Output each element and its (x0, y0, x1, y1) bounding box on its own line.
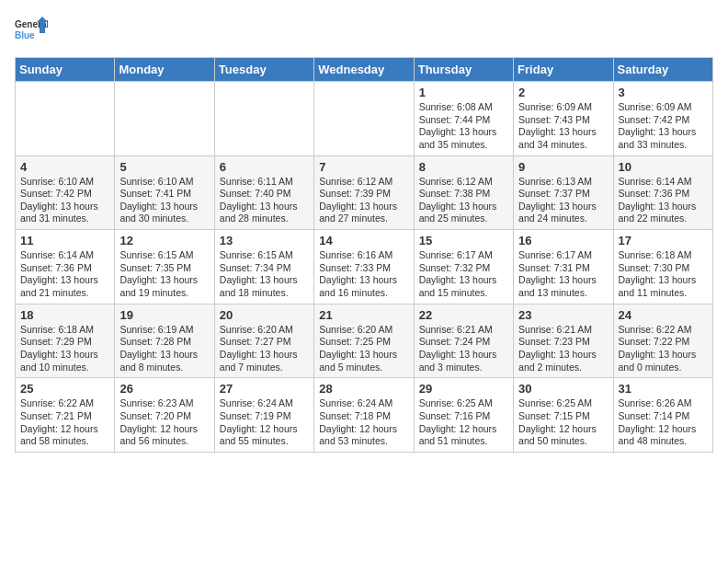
day-number: 23 (518, 308, 608, 322)
day-info-line: Sunrise: 6:10 AM (119, 176, 209, 189)
day-info-line: and 53 minutes. (319, 435, 408, 448)
calendar-cell (214, 82, 313, 156)
day-info-line: Sunset: 7:25 PM (319, 336, 408, 349)
day-info-line: and 7 minutes. (220, 362, 309, 374)
calendar-cell: 24Sunrise: 6:22 AMSunset: 7:22 PMDayligh… (613, 304, 712, 378)
week-row-2: 4Sunrise: 6:10 AMSunset: 7:42 PMDaylight… (16, 155, 713, 230)
day-number: 15 (419, 234, 508, 247)
day-info-line: Sunrise: 6:15 AM (119, 249, 209, 262)
day-info-line: and 31 minutes. (20, 213, 109, 225)
day-info-line: Sunrise: 6:12 AM (319, 176, 408, 189)
day-number: 13 (220, 234, 309, 247)
day-info-line: Daylight: 13 hours (419, 349, 508, 362)
day-info-line: Sunset: 7:23 PM (518, 336, 608, 349)
day-info-line: Sunset: 7:21 PM (20, 410, 109, 423)
day-info-line: Sunrise: 6:24 AM (319, 397, 408, 410)
day-info-line: Sunset: 7:27 PM (220, 336, 309, 349)
day-info-line: and 55 minutes. (220, 435, 309, 448)
day-number: 25 (20, 382, 109, 396)
day-info-line: and 21 minutes. (20, 287, 109, 300)
calendar-cell: 5Sunrise: 6:10 AMSunset: 7:41 PMDaylight… (115, 155, 214, 230)
day-number: 29 (419, 382, 508, 396)
day-info-line: Daylight: 13 hours (419, 201, 508, 213)
calendar-cell: 2Sunrise: 6:09 AMSunset: 7:43 PMDaylight… (514, 82, 613, 156)
day-info-line: and 5 minutes. (319, 362, 408, 374)
calendar-cell: 7Sunrise: 6:12 AMSunset: 7:39 PMDaylight… (314, 155, 414, 230)
calendar-cell: 3Sunrise: 6:09 AMSunset: 7:42 PMDaylight… (613, 82, 712, 156)
day-info-line: Sunset: 7:38 PM (419, 188, 508, 201)
day-info-line: and 33 minutes. (619, 139, 708, 152)
day-info-line: Sunset: 7:30 PM (619, 262, 708, 275)
day-number: 31 (619, 382, 708, 396)
day-info-line: Sunrise: 6:09 AM (619, 101, 708, 114)
calendar-cell: 8Sunrise: 6:12 AMSunset: 7:38 PMDaylight… (414, 155, 513, 230)
day-info-line: Daylight: 12 hours (319, 423, 408, 436)
day-number: 28 (319, 382, 408, 396)
calendar-cell (16, 82, 115, 156)
day-info-line: Daylight: 13 hours (20, 349, 109, 362)
calendar-cell: 30Sunrise: 6:25 AMSunset: 7:15 PMDayligh… (514, 378, 613, 453)
day-info-line: Sunrise: 6:18 AM (20, 324, 109, 337)
day-info-line: and 0 minutes. (619, 362, 708, 374)
day-number: 17 (619, 234, 708, 247)
day-info-line: Daylight: 12 hours (119, 423, 209, 436)
day-info-line: and 25 minutes. (419, 213, 508, 225)
day-info-line: Sunset: 7:33 PM (319, 262, 408, 275)
day-info-line: Sunrise: 6:26 AM (619, 397, 708, 410)
day-number: 2 (518, 86, 608, 99)
header: General Blue (15, 15, 713, 48)
day-info-line: Sunset: 7:40 PM (220, 188, 309, 201)
calendar-cell: 6Sunrise: 6:11 AMSunset: 7:40 PMDaylight… (214, 155, 313, 230)
calendar-cell (314, 82, 414, 156)
day-info-line: Sunrise: 6:22 AM (20, 397, 109, 410)
day-info-line: Sunrise: 6:12 AM (419, 176, 508, 189)
day-info-line: Sunset: 7:15 PM (518, 410, 608, 423)
day-info-line: Sunset: 7:14 PM (619, 410, 708, 423)
calendar-cell: 22Sunrise: 6:21 AMSunset: 7:24 PMDayligh… (414, 304, 513, 378)
day-header-friday: Friday (514, 58, 613, 82)
day-info-line: and 35 minutes. (419, 139, 508, 152)
calendar-cell: 13Sunrise: 6:15 AMSunset: 7:34 PMDayligh… (214, 230, 313, 304)
day-info-line: Sunset: 7:31 PM (518, 262, 608, 275)
day-header-monday: Monday (115, 58, 214, 82)
day-number: 10 (619, 160, 708, 174)
day-info-line: Daylight: 13 hours (319, 201, 408, 213)
day-header-wednesday: Wednesday (314, 58, 414, 82)
day-info-line: Sunrise: 6:20 AM (319, 324, 408, 337)
day-number: 4 (20, 160, 109, 174)
day-info-line: and 48 minutes. (619, 435, 708, 448)
day-number: 12 (119, 234, 209, 247)
day-info-line: Daylight: 12 hours (20, 423, 109, 436)
day-header-thursday: Thursday (414, 58, 513, 82)
calendar-cell: 9Sunrise: 6:13 AMSunset: 7:37 PMDaylight… (514, 155, 613, 230)
day-info-line: Daylight: 12 hours (220, 423, 309, 436)
day-number: 27 (220, 382, 309, 396)
day-number: 6 (220, 160, 309, 174)
calendar-cell: 23Sunrise: 6:21 AMSunset: 7:23 PMDayligh… (514, 304, 613, 378)
day-info-line: and 15 minutes. (419, 287, 508, 300)
day-info-line: and 18 minutes. (220, 287, 309, 300)
calendar-cell: 29Sunrise: 6:25 AMSunset: 7:16 PMDayligh… (414, 378, 513, 453)
day-info-line: Sunrise: 6:16 AM (319, 249, 408, 262)
day-info-line: and 30 minutes. (119, 213, 209, 225)
day-info-line: Sunrise: 6:09 AM (518, 101, 608, 114)
day-info-line: Daylight: 13 hours (20, 201, 109, 213)
day-number: 24 (619, 308, 708, 322)
calendar-table: SundayMondayTuesdayWednesdayThursdayFrid… (15, 57, 713, 453)
day-info-line: Sunset: 7:24 PM (419, 336, 508, 349)
day-info-line: and 56 minutes. (119, 435, 209, 448)
week-row-4: 18Sunrise: 6:18 AMSunset: 7:29 PMDayligh… (16, 304, 713, 378)
day-info-line: Daylight: 13 hours (619, 126, 708, 139)
day-number: 16 (518, 234, 608, 247)
day-info-line: Daylight: 13 hours (220, 274, 309, 287)
day-number: 30 (518, 382, 608, 396)
day-info-line: Sunset: 7:36 PM (619, 188, 708, 201)
day-info-line: and 3 minutes. (419, 362, 508, 374)
day-info-line: Daylight: 12 hours (619, 423, 708, 436)
day-info-line: Sunset: 7:28 PM (119, 336, 209, 349)
day-info-line: and 34 minutes. (518, 139, 608, 152)
day-info-line: Daylight: 13 hours (619, 274, 708, 287)
day-number: 19 (119, 308, 209, 322)
day-info-line: Daylight: 13 hours (518, 126, 608, 139)
calendar-cell: 16Sunrise: 6:17 AMSunset: 7:31 PMDayligh… (514, 230, 613, 304)
